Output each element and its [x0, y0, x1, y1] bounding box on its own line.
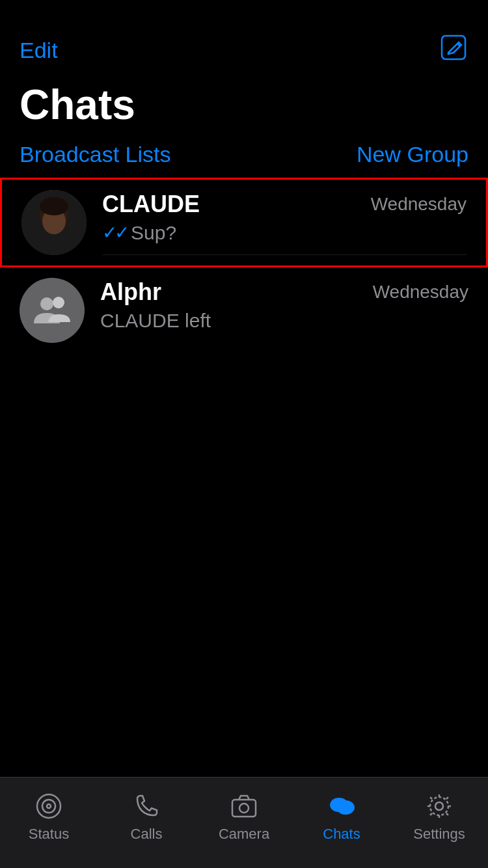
svg-point-11	[239, 804, 249, 813]
svg-point-8	[42, 800, 55, 813]
chat-time-alphr: Wednesday	[373, 282, 468, 303]
header: Edit	[0, 0, 488, 74]
chat-name-alphr: Alphr	[100, 278, 161, 306]
tab-status[interactable]: Status	[0, 791, 98, 843]
new-group-button[interactable]: New Group	[357, 142, 468, 167]
chat-time-claude: Wednesday	[371, 194, 467, 215]
tab-chats[interactable]: Chats	[293, 791, 390, 843]
chat-preview-alphr: CLAUDE left	[100, 310, 468, 332]
avatar-claude	[21, 190, 87, 255]
broadcast-lists-button[interactable]: Broadcast Lists	[20, 142, 170, 167]
chats-icon	[326, 791, 357, 822]
tab-chats-label: Chats	[323, 826, 360, 843]
calls-icon	[131, 791, 162, 822]
sub-header: Broadcast Lists New Group	[0, 142, 488, 178]
svg-point-6	[53, 297, 64, 308]
tab-status-label: Status	[29, 826, 69, 843]
tab-settings-label: Settings	[413, 826, 465, 843]
svg-point-4	[40, 197, 68, 215]
preview-text-alphr: CLAUDE left	[100, 310, 211, 332]
tab-calls[interactable]: Calls	[98, 791, 195, 843]
svg-point-9	[47, 804, 51, 808]
avatar-alphr	[20, 278, 85, 343]
status-icon	[33, 791, 64, 822]
edit-button[interactable]: Edit	[20, 38, 58, 63]
preview-text-claude: Sup?	[131, 222, 176, 244]
chat-preview-claude: ✓✓ Sup?	[102, 222, 467, 244]
chat-name-claude: CLAUDE	[102, 191, 200, 218]
tab-settings[interactable]: Settings	[390, 791, 488, 843]
svg-point-5	[40, 297, 53, 310]
chat-info-claude: CLAUDE Wednesday ✓✓ Sup?	[102, 191, 467, 255]
svg-point-7	[37, 794, 61, 818]
chat-top-row-claude: CLAUDE Wednesday	[102, 191, 467, 218]
chat-item-alphr[interactable]: Alphr Wednesday CLAUDE left	[0, 267, 488, 353]
tab-calls-label: Calls	[131, 826, 163, 843]
camera-icon	[228, 791, 260, 822]
tab-bar: Status Calls Camera Chats Settings	[0, 777, 488, 868]
chat-list: CLAUDE Wednesday ✓✓ Sup? Alphr Wednesday	[0, 178, 488, 353]
double-check-icon: ✓✓	[102, 222, 127, 243]
svg-point-14	[435, 802, 443, 810]
chat-item-claude[interactable]: CLAUDE Wednesday ✓✓ Sup?	[0, 178, 488, 267]
chat-info-alphr: Alphr Wednesday CLAUDE left	[100, 278, 468, 342]
tab-camera-label: Camera	[219, 826, 269, 843]
chat-top-row-alphr: Alphr Wednesday	[100, 278, 468, 306]
compose-icon[interactable]	[439, 33, 468, 68]
tab-camera[interactable]: Camera	[195, 791, 293, 843]
svg-point-13	[336, 800, 355, 815]
page-title: Chats	[0, 74, 488, 142]
svg-rect-10	[232, 800, 256, 817]
settings-icon	[424, 791, 455, 822]
svg-point-15	[430, 797, 448, 815]
